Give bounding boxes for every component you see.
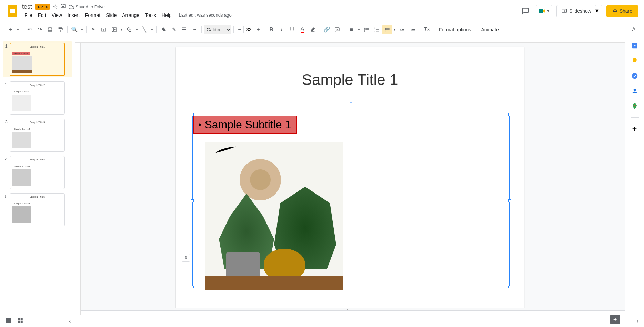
addons-icon[interactable]: + [631,125,639,133]
slideshow-dropdown[interactable]: ▼ [592,5,602,17]
resize-handle-mr[interactable] [508,199,511,202]
underline-button[interactable]: U [287,25,297,34]
comment-button[interactable] [332,25,342,34]
contacts-icon[interactable] [631,87,639,95]
side-panel-toggle[interactable]: › [637,318,638,324]
image-tool[interactable] [109,25,119,34]
redo-button[interactable]: ↷ [35,25,44,34]
resize-handle-tr[interactable] [508,113,511,116]
calendar-icon[interactable]: 31 [631,41,639,50]
select-tool[interactable] [89,25,98,34]
meet-button[interactable]: ▼ [536,5,552,17]
italic-button[interactable]: I [277,25,286,34]
shape-dropdown[interactable]: ▼ [135,25,139,34]
grid-view-button[interactable] [17,317,23,325]
collapse-filmstrip-button[interactable]: ‹ [69,318,71,324]
increase-indent-button[interactable] [408,25,417,34]
new-slide-dropdown[interactable]: ▼ [16,25,20,34]
slide-title[interactable]: Sample Title 1 [176,71,524,88]
filmstrip-view-button[interactable] [6,317,12,325]
menu-insert[interactable]: Insert [65,11,82,19]
slide-thumb-5[interactable]: 5 Sample Title 5 • Sample Subtitle 5 [3,193,72,226]
format-options-button[interactable]: Format options [436,26,474,34]
fill-color-button[interactable] [159,25,168,34]
autofit-button[interactable]: ⇕ [182,254,190,262]
slides-logo[interactable] [6,4,19,18]
print-button[interactable] [45,25,55,34]
menu-tools[interactable]: Tools [142,11,159,19]
line-dropdown[interactable]: ▼ [150,25,154,34]
link-button[interactable]: 🔗 [322,25,332,34]
svg-rect-18 [376,31,379,31]
bold-button[interactable]: B [266,25,276,34]
resize-handle-bl[interactable] [191,286,194,288]
edit-status[interactable]: Last edit was seconds ago [179,12,232,18]
resize-handle-br[interactable] [508,286,511,288]
svg-rect-30 [411,30,415,31]
maps-icon[interactable] [631,102,639,110]
text-color-button[interactable]: A [298,25,307,34]
doc-title[interactable]: test [22,3,32,10]
font-size-input[interactable] [243,26,254,33]
svg-text:3: 3 [374,30,375,32]
menu-edit[interactable]: Edit [36,11,49,19]
align-button[interactable]: ≡ [346,25,356,34]
resize-handle-ml[interactable] [191,199,194,202]
collapse-toolbar-button[interactable]: ᐱ [629,25,638,34]
slide-image[interactable] [205,142,343,290]
menu-help[interactable]: Help [159,11,174,19]
new-slide-button[interactable]: ＋ [6,25,15,34]
paint-format-button[interactable] [56,25,65,34]
move-icon[interactable] [60,3,66,10]
tasks-icon[interactable] [631,72,639,80]
align-dropdown[interactable]: ▼ [357,25,361,34]
menu-format[interactable]: Format [83,11,103,19]
subtitle-text[interactable]: Sample Subtitle 1 [193,116,297,134]
slide-canvas[interactable]: Sample Title 1 Sample Subtitle 1 [176,47,524,308]
line-spacing-button[interactable] [362,25,371,34]
cloud-status[interactable]: Saved to Drive [69,4,105,10]
textbox-tool[interactable] [99,25,109,34]
border-weight-button[interactable]: ☰ [179,25,189,34]
animate-button[interactable]: Animate [478,26,501,34]
bulleted-list-dropdown[interactable]: ▼ [393,25,397,34]
image-dropdown[interactable]: ▼ [120,25,124,34]
font-size-increase[interactable]: + [254,26,262,33]
svg-rect-27 [400,30,404,31]
font-size-decrease[interactable]: − [236,26,243,33]
menu-arrange[interactable]: Arrange [120,11,142,19]
slide-thumb-4[interactable]: 4 Sample Title 4 • Sample Subtitle 4 [3,156,72,189]
bottom-bar: ‹ [0,315,625,327]
svg-rect-1 [10,9,15,13]
resize-handle-bc[interactable] [350,286,352,288]
border-color-button[interactable]: ✎ [169,25,179,34]
numbered-list-button[interactable]: 123 [372,25,382,34]
decrease-indent-button[interactable] [398,25,407,34]
zoom-dropdown[interactable]: ▼ [80,25,84,34]
rotate-handle[interactable] [350,102,352,105]
share-button[interactable]: Share [606,5,638,17]
slideshow-button[interactable]: Slideshow [556,5,596,17]
keep-icon[interactable] [631,57,639,65]
slide-thumb-2[interactable]: 2 Sample Title 2 • Sample Subtitle 2 [3,81,72,115]
border-dash-button[interactable]: ┅ [190,25,199,34]
bulleted-list-button[interactable] [382,25,392,34]
slide-thumb-3[interactable]: 3 Sample Title 3 • Sample Subtitle 3 [3,119,72,152]
undo-button[interactable]: ↶ [24,25,34,34]
svg-rect-41 [18,320,20,323]
font-family-select[interactable]: Calibri [204,25,231,34]
zoom-button[interactable]: 🔍 [70,25,79,34]
highlight-color-button[interactable] [308,25,318,34]
menu-slide[interactable]: Slide [103,11,119,19]
comments-button[interactable] [519,5,532,17]
clear-formatting-button[interactable]: T× [422,25,432,34]
shape-tool[interactable] [124,25,134,34]
slide-thumb-1[interactable]: 1 Sample Title 1 Sample Subtitle 1 [3,41,72,77]
menu-file[interactable]: File [22,11,35,19]
content-textbox[interactable]: Sample Subtitle 1 ⇕ [192,115,510,287]
star-icon[interactable]: ☆ [53,3,58,10]
svg-point-23 [385,30,386,31]
explore-button[interactable]: ✦ [610,315,620,324]
menu-view[interactable]: View [49,11,64,19]
line-tool[interactable]: ╲ [140,25,149,34]
